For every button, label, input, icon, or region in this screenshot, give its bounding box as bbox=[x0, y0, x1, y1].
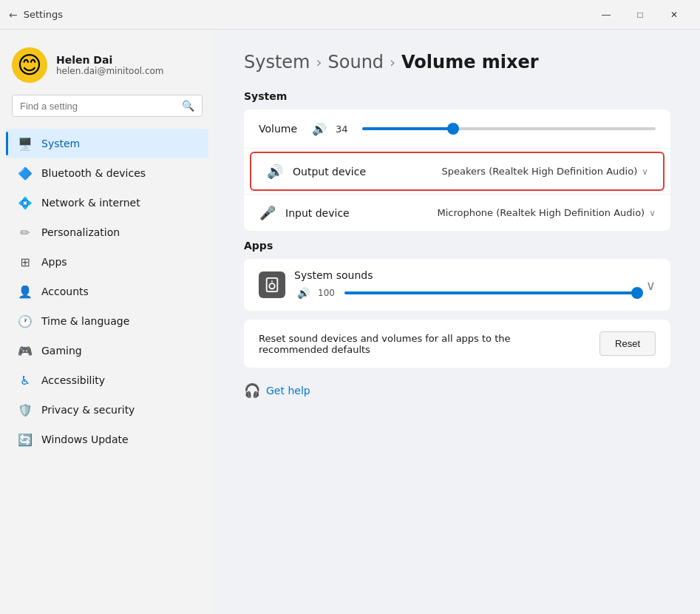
update-icon: 🔄 bbox=[18, 432, 33, 447]
personalization-icon: ✏️ bbox=[18, 225, 33, 240]
app-icon-system-sounds bbox=[259, 271, 285, 298]
title-bar: ← Settings — □ ✕ bbox=[0, 0, 700, 30]
input-device-dropdown[interactable]: Microphone (Realtek High Definition Audi… bbox=[437, 207, 656, 218]
sidebar-item-bluetooth[interactable]: 🔷 Bluetooth & devices bbox=[6, 158, 208, 188]
sidebar-item-gaming[interactable]: 🎮 Gaming bbox=[6, 336, 208, 365]
bluetooth-icon: 🔷 bbox=[18, 166, 33, 181]
volume-number: 34 bbox=[336, 124, 353, 135]
help-icon: 🎧 bbox=[244, 382, 260, 398]
maximize-button[interactable]: □ bbox=[623, 3, 657, 27]
system-card: Volume 🔊 34 🔊 Output device Speakers (Re… bbox=[244, 109, 670, 231]
breadcrumb-sound[interactable]: Sound bbox=[328, 52, 384, 72]
svg-point-1 bbox=[269, 283, 274, 289]
slider-thumb[interactable] bbox=[447, 123, 459, 135]
sidebar-item-accounts[interactable]: 👤 Accounts bbox=[6, 277, 208, 306]
window-controls: — □ ✕ bbox=[589, 3, 691, 27]
sidebar: 😊 Helen Dai helen.dai@minitool.com 🔍 🖥️ … bbox=[0, 30, 214, 614]
sidebar-item-privacy[interactable]: 🛡️ Privacy & security bbox=[6, 395, 208, 425]
input-device-arrow: ∨ bbox=[649, 208, 656, 218]
app-slider-thumb[interactable] bbox=[631, 287, 643, 299]
sidebar-item-network[interactable]: 💠 Network & internet bbox=[6, 188, 208, 217]
sidebar-item-personalization[interactable]: ✏️ Personalization bbox=[6, 217, 208, 247]
breadcrumb-system[interactable]: System bbox=[244, 52, 310, 72]
sidebar-item-update-label: Windows Update bbox=[41, 433, 129, 445]
search-icon: 🔍 bbox=[182, 100, 194, 112]
app-slider-track bbox=[344, 291, 637, 294]
output-device-row[interactable]: 🔊 Output device Speakers (Realtek High D… bbox=[251, 153, 663, 189]
breadcrumb-sep-2: › bbox=[390, 53, 395, 71]
close-button[interactable]: ✕ bbox=[657, 3, 691, 27]
sidebar-item-accounts-label: Accounts bbox=[41, 286, 89, 297]
sidebar-item-apps[interactable]: ⊞ Apps bbox=[6, 247, 208, 277]
sidebar-item-personalization-label: Personalization bbox=[41, 226, 120, 238]
user-info: Helen Dai helen.dai@minitool.com bbox=[56, 54, 164, 76]
sidebar-item-update[interactable]: 🔄 Windows Update bbox=[6, 425, 208, 454]
output-device-highlight: 🔊 Output device Speakers (Realtek High D… bbox=[250, 152, 665, 191]
avatar: 😊 bbox=[12, 47, 47, 83]
system-icon: 🖥️ bbox=[18, 136, 33, 151]
output-device-value: Speakers (Realtek High Definition Audio) bbox=[441, 166, 637, 177]
input-device-row[interactable]: 🎤 Input device Microphone (Realtek High … bbox=[244, 194, 670, 231]
system-section-label: System bbox=[244, 90, 670, 102]
apps-icon: ⊞ bbox=[18, 254, 33, 269]
app-volume-number: 100 bbox=[318, 288, 339, 298]
app-volume-slider[interactable] bbox=[344, 286, 637, 300]
privacy-icon: 🛡️ bbox=[18, 402, 33, 417]
reset-text: Reset sound devices and volumes for all … bbox=[259, 333, 540, 355]
sidebar-nav: 🖥️ System 🔷 Bluetooth & devices 💠 Networ… bbox=[0, 129, 214, 454]
user-email: helen.dai@minitool.com bbox=[56, 66, 164, 76]
window-title: Settings bbox=[24, 9, 583, 20]
reset-card: Reset sound devices and volumes for all … bbox=[244, 320, 670, 368]
window-content: 😊 Helen Dai helen.dai@minitool.com 🔍 🖥️ … bbox=[0, 30, 700, 614]
sidebar-item-accessibility-label: Accessibility bbox=[41, 374, 105, 386]
app-volume-icon: 🔊 bbox=[294, 287, 312, 299]
apps-card: System sounds 🔊 100 ∨ bbox=[244, 259, 670, 311]
back-icon[interactable]: ← bbox=[9, 9, 18, 21]
get-help-link[interactable]: Get help bbox=[266, 385, 310, 397]
output-device-dropdown[interactable]: Speakers (Realtek High Definition Audio)… bbox=[441, 166, 648, 177]
sidebar-item-network-label: Network & internet bbox=[41, 197, 140, 209]
breadcrumb-current: Volume mixer bbox=[401, 52, 539, 72]
sidebar-item-accessibility[interactable]: ♿ Accessibility bbox=[6, 365, 208, 395]
minimize-button[interactable]: — bbox=[589, 3, 623, 27]
app-row-system-sounds: System sounds 🔊 100 ∨ bbox=[244, 259, 670, 311]
search-input[interactable] bbox=[20, 101, 176, 112]
app-name-system-sounds: System sounds bbox=[294, 269, 637, 281]
accessibility-icon: ♿ bbox=[18, 373, 33, 388]
sidebar-item-privacy-label: Privacy & security bbox=[41, 404, 135, 416]
sidebar-item-bluetooth-label: Bluetooth & devices bbox=[41, 167, 146, 179]
sidebar-item-apps-label: Apps bbox=[41, 256, 67, 268]
app-slider-fill bbox=[344, 291, 637, 294]
help-row: 🎧 Get help bbox=[244, 382, 670, 398]
accounts-icon: 👤 bbox=[18, 284, 33, 299]
input-device-value: Microphone (Realtek High Definition Audi… bbox=[437, 207, 645, 218]
input-device-label: Input device bbox=[285, 207, 428, 219]
sidebar-item-time-label: Time & language bbox=[41, 315, 129, 327]
main-content: System › Sound › Volume mixer System Vol… bbox=[214, 30, 700, 614]
apps-section-label: Apps bbox=[244, 240, 670, 252]
app-volume-row: 🔊 100 bbox=[294, 286, 637, 300]
time-icon: 🕐 bbox=[18, 314, 33, 328]
sidebar-item-system[interactable]: 🖥️ System bbox=[6, 129, 208, 158]
sidebar-item-gaming-label: Gaming bbox=[41, 345, 82, 357]
search-box[interactable]: 🔍 bbox=[12, 95, 203, 117]
sidebar-item-system-label: System bbox=[41, 138, 80, 149]
breadcrumb-sep-1: › bbox=[316, 53, 322, 71]
user-section: 😊 Helen Dai helen.dai@minitool.com bbox=[0, 41, 214, 95]
reset-button[interactable]: Reset bbox=[599, 331, 656, 356]
sidebar-item-time[interactable]: 🕐 Time & language bbox=[6, 306, 208, 336]
expand-button[interactable]: ∨ bbox=[646, 277, 656, 293]
volume-slider[interactable] bbox=[362, 121, 656, 136]
output-device-label: Output device bbox=[293, 166, 432, 178]
network-icon: 💠 bbox=[18, 195, 33, 210]
breadcrumb: System › Sound › Volume mixer bbox=[244, 52, 670, 72]
input-device-icon: 🎤 bbox=[259, 205, 276, 220]
output-device-icon: 🔊 bbox=[266, 163, 284, 179]
output-device-arrow: ∨ bbox=[642, 166, 648, 177]
app-info-system-sounds: System sounds 🔊 100 bbox=[294, 269, 637, 300]
slider-track bbox=[362, 127, 656, 130]
volume-icon: 🔊 bbox=[312, 122, 327, 136]
user-name: Helen Dai bbox=[56, 54, 164, 66]
volume-label: Volume bbox=[259, 123, 303, 135]
gaming-icon: 🎮 bbox=[18, 343, 33, 358]
